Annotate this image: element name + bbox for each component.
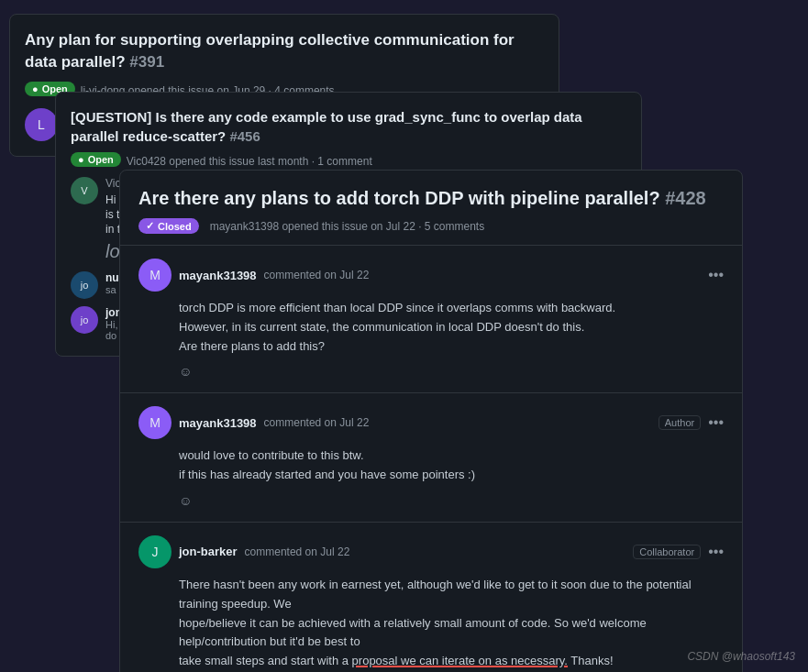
open-icon-2: ● bbox=[78, 154, 84, 165]
open-icon-1: ● bbox=[32, 83, 39, 94]
comment-2-header: M mayank31398 commented on Jul 22 Author… bbox=[138, 406, 724, 439]
watermark: CSDN @whaosoft143 bbox=[687, 650, 795, 663]
comment-2: M mayank31398 commented on Jul 22 Author… bbox=[120, 393, 742, 523]
comment-3-menu[interactable]: ••• bbox=[708, 544, 724, 560]
issue-number-2: #456 bbox=[229, 128, 260, 144]
closed-icon: ✓ bbox=[146, 220, 154, 232]
author-badge: Author bbox=[659, 415, 701, 430]
avatar-4: jo bbox=[71, 306, 98, 334]
avatar-1: L bbox=[25, 108, 58, 141]
comment-2-menu[interactable]: ••• bbox=[708, 414, 724, 431]
avatar-3: jo bbox=[71, 271, 98, 299]
comment-1-date: commented on Jul 22 bbox=[264, 269, 370, 281]
comment-3-date: commented on Jul 22 bbox=[245, 545, 350, 558]
comment-3-header: J jon-barker commented on Jul 22 Collabo… bbox=[138, 535, 724, 568]
issue-title-2: [QUESTION] Is there any code example to … bbox=[71, 107, 626, 146]
comment-1-body: torch DDP is more efficient than local D… bbox=[179, 299, 724, 356]
issue-title-1: Any plan for supporting overlapping coll… bbox=[25, 29, 544, 73]
avatar-comment-3: J bbox=[138, 535, 172, 568]
card3-title: Are there any plans to add torch DDP wit… bbox=[138, 185, 724, 211]
comment-1: M mayank31398 commented on Jul 22 ••• to… bbox=[120, 246, 742, 393]
comment-1-author: mayank31398 bbox=[179, 269, 257, 282]
open-badge-2: ● Open bbox=[71, 152, 121, 167]
avatar-2: V bbox=[71, 177, 98, 204]
issue-card-3: Are there any plans to add torch DDP wit… bbox=[119, 170, 743, 672]
comment-2-body: would love to contribute to this btw. if… bbox=[179, 446, 724, 485]
comment-2-reaction: ☺ bbox=[179, 492, 724, 509]
comment-1-menu[interactable]: ••• bbox=[708, 267, 724, 283]
comment-3-author: jon-barker bbox=[179, 545, 238, 558]
comment-1-header: M mayank31398 commented on Jul 22 ••• bbox=[138, 259, 724, 292]
comment-3-body: There hasn't been any work in earnest ye… bbox=[179, 576, 724, 671]
card3-issue-number: #428 bbox=[665, 188, 706, 208]
card3-header: Are there any plans to add torch DDP wit… bbox=[120, 171, 742, 246]
comment-3: J jon-barker commented on Jul 22 Collabo… bbox=[120, 523, 742, 672]
comment-1-reaction: ☺ bbox=[179, 363, 724, 380]
avatar-comment-2: M bbox=[138, 406, 172, 439]
card3-meta: ✓ Closed mayank31398 opened this issue o… bbox=[138, 218, 724, 234]
comment-2-date: commented on Jul 22 bbox=[264, 416, 370, 429]
underline-text: proposal we can iterate on as necessary. bbox=[352, 654, 568, 667]
closed-badge: ✓ Closed bbox=[138, 218, 199, 234]
collab-badge: Collaborator bbox=[633, 545, 701, 559]
issue-number-1: #391 bbox=[129, 53, 164, 71]
avatar-comment-1: M bbox=[138, 259, 172, 292]
comment-2-author: mayank31398 bbox=[179, 416, 257, 430]
issue-meta-2: Vic0428 opened this issue last month · 1… bbox=[127, 155, 372, 168]
